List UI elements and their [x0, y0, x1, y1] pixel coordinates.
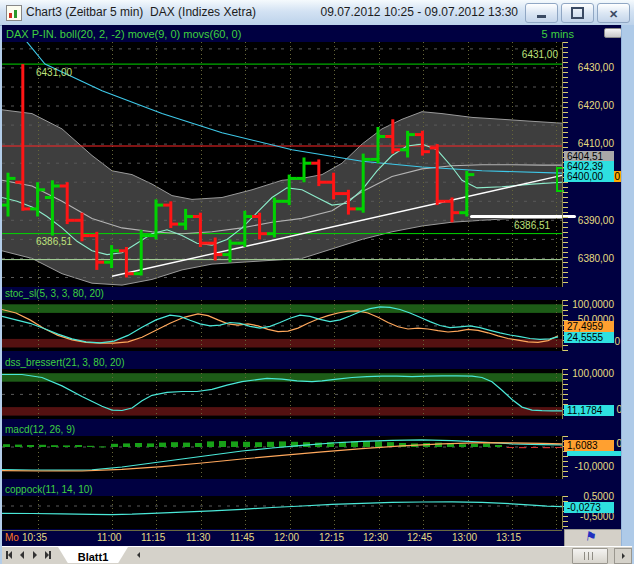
tab-blatt1[interactable]: Blatt1: [58, 547, 128, 563]
panel-label-dss: dss_bressert(21, 3, 80, 20): [5, 357, 125, 368]
time-axis-label: 13:15: [496, 532, 521, 543]
stochastic-panel[interactable]: [2, 300, 562, 351]
window-icon: [6, 5, 22, 21]
axis-label: 6430,00: [578, 62, 614, 73]
axis-label: 6420,00: [578, 100, 614, 111]
first-tab-icon: [8, 551, 12, 559]
axis-label: 6380,00: [578, 253, 614, 264]
value-chip: 24,5555: [564, 332, 614, 343]
titlebar[interactable]: Chart3 (Zeitbar 5 min) DAX (Indizes Xetr…: [0, 0, 634, 26]
time-axis-day-label: Mo: [5, 532, 19, 543]
panel-label-stochastic: stoc_sl(5, 3, 3, 80, 20): [5, 288, 104, 299]
tab-label: Blatt1: [78, 551, 109, 563]
titlebar-date-range: 09.07.2012 10:25 - 09.07.2012 13:30: [320, 0, 518, 25]
time-axis-label: 11:30: [186, 532, 210, 543]
level-label: 6431,00: [36, 67, 72, 78]
axis-label: 6410,00: [578, 138, 614, 149]
prev-tab-icon: [20, 551, 24, 559]
time-axis-divider: [2, 530, 562, 531]
window-title: Chart3 (Zeitbar 5 min) DAX (Indizes Xetr…: [26, 0, 256, 25]
macd-panel[interactable]: [2, 436, 562, 479]
level-label: 6386,51: [36, 236, 72, 247]
time-axis-label: 11:00: [97, 532, 121, 543]
tab-scroll-left-button[interactable]: [132, 549, 144, 561]
axis-label: 0,5000: [583, 491, 614, 502]
timeframe-label: 5 mins: [542, 28, 574, 40]
value-chip: 27,4959: [564, 321, 614, 332]
level-label: 6386,51: [514, 220, 550, 231]
axis-label: 100,0000: [572, 299, 614, 310]
scroll-left-icon: [137, 552, 140, 558]
time-axis-label: 12:45: [407, 532, 432, 543]
axis-label: 6390,00: [578, 215, 614, 226]
time-axis-label: 12:00: [274, 532, 299, 543]
level-label-right: 6431,00: [522, 49, 558, 60]
manual-horizontal-line[interactable]: [470, 215, 576, 218]
time-axis-label: 12:30: [363, 532, 388, 543]
time-axis-label: 11:45: [230, 532, 254, 543]
panel-label-coppock: coppock(11, 14, 10): [5, 484, 93, 495]
value-chip: 11,1784: [564, 405, 614, 416]
close-icon: [609, 4, 618, 22]
main-price-chart[interactable]: [2, 42, 562, 287]
tab-nav-first-button[interactable]: [2, 548, 15, 562]
axis-label: 0: [614, 336, 620, 347]
scroll-right-icon: [622, 553, 625, 559]
dss-panel[interactable]: [2, 369, 562, 419]
coppock-panel[interactable]: [2, 496, 562, 529]
close-button[interactable]: [597, 3, 630, 23]
time-axis-label: 11:15: [141, 532, 165, 543]
time-axis-label: 12:15: [319, 532, 344, 543]
restore-button[interactable]: [561, 3, 594, 23]
tab-nav-prev-button[interactable]: [15, 548, 28, 562]
minimize-icon: [537, 15, 546, 18]
panel-label-macd: macd(12, 26, 9): [5, 424, 75, 435]
panel-collapse-button[interactable]: [604, 28, 622, 38]
restore-icon: [571, 7, 584, 19]
value-chip: 1,6083: [564, 440, 614, 451]
minimize-button[interactable]: [525, 3, 558, 23]
instrument-indicator-label: DAX P-IN. boll(20, 2, -2) move(9, 0) mov…: [6, 28, 241, 40]
tab-nav-next-button[interactable]: [28, 548, 41, 562]
time-axis-label: 10:35: [22, 532, 47, 543]
next-tab-icon: [33, 551, 37, 559]
horizontal-scrollbar-thumb[interactable]: [572, 548, 608, 564]
window-edge: [621, 25, 634, 546]
axis-label: 100,0000: [572, 368, 614, 379]
sheet-tabbar: Blatt1: [2, 546, 632, 564]
scrollbar-right-button[interactable]: [614, 548, 632, 564]
value-chip: -0,0273: [564, 502, 614, 513]
time-axis-label: 13:00: [452, 532, 477, 543]
tab-nav-last-button[interactable]: [41, 548, 54, 562]
chart-tool-button[interactable]: [564, 529, 623, 547]
app-window: Chart3 (Zeitbar 5 min) DAX (Indizes Xetr…: [0, 0, 634, 564]
axis-label: -10,0000: [575, 461, 614, 472]
price-chip-sliver: [567, 451, 622, 456]
value-chip: 6400,00: [564, 171, 614, 182]
